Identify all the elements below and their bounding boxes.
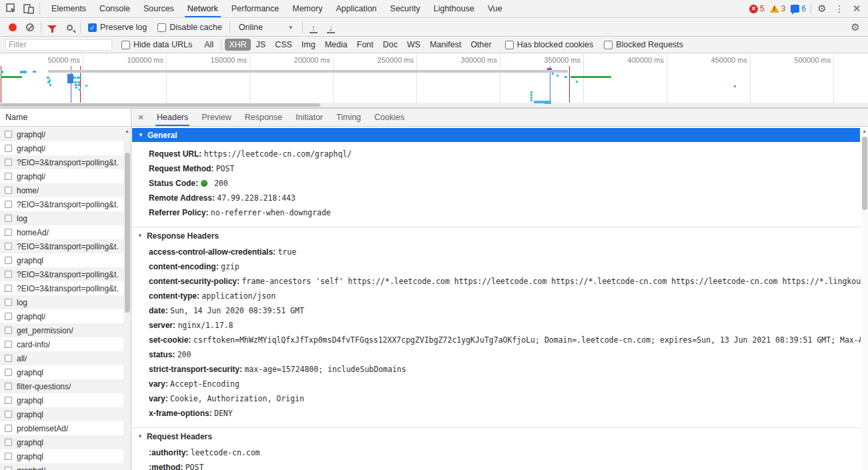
request-checkbox[interactable] (5, 201, 12, 208)
import-har-icon[interactable]: ↑ (305, 19, 322, 36)
has-blocked-cookies-checkbox[interactable]: Has blocked cookies (505, 40, 594, 49)
request-row[interactable]: graphql/ (0, 169, 123, 183)
request-checkbox[interactable] (5, 215, 12, 222)
request-checkbox[interactable] (5, 383, 12, 390)
tab-sources[interactable]: Sources (137, 0, 181, 17)
request-row[interactable]: graphql/ (0, 127, 123, 141)
request-checkbox[interactable] (5, 397, 12, 404)
request-row[interactable]: ?EIO=3&transport=polling&t. (0, 267, 123, 281)
close-devtools-icon[interactable]: ✕ (848, 0, 865, 17)
section-header[interactable]: ▼Response Headers (131, 229, 861, 243)
request-checkbox[interactable] (5, 243, 12, 250)
request-row[interactable]: graphql (0, 449, 123, 463)
filter-type-all[interactable]: All (200, 39, 218, 51)
request-checkbox[interactable] (5, 439, 12, 446)
request-checkbox[interactable] (5, 369, 12, 376)
request-checkbox[interactable] (5, 411, 12, 418)
request-checkbox[interactable] (5, 453, 12, 460)
timeline-horizontal-scrollbar[interactable] (0, 103, 868, 107)
filter-type-media[interactable]: Media (321, 39, 352, 51)
tab-application[interactable]: Application (329, 0, 383, 17)
detail-tab-timing[interactable]: Timing (330, 109, 368, 126)
more-options-icon[interactable]: ⋮ (831, 0, 848, 17)
network-settings-gear-icon[interactable]: ⚙ (847, 19, 864, 36)
throttling-dropdown[interactable]: Online ▼ (239, 23, 294, 32)
scroll-up-icon[interactable]: ▲ (861, 127, 868, 135)
detail-tab-headers[interactable]: Headers (150, 109, 195, 126)
tab-network[interactable]: Network (181, 0, 225, 17)
detail-tab-preview[interactable]: Preview (195, 109, 238, 126)
filter-type-doc[interactable]: Doc (379, 39, 402, 51)
request-checkbox[interactable] (5, 327, 12, 334)
request-row[interactable]: all/ (0, 351, 123, 365)
filter-input[interactable] (5, 39, 112, 51)
scrollbar-thumb[interactable] (862, 137, 867, 210)
request-checkbox[interactable] (5, 187, 12, 194)
record-network-log-icon[interactable] (4, 19, 21, 36)
device-toolbar-icon[interactable] (20, 0, 37, 17)
filter-type-other[interactable]: Other (466, 39, 495, 51)
filter-type-xhr[interactable]: XHR (225, 39, 250, 51)
request-row[interactable]: get_permission/ (0, 323, 123, 337)
filter-type-css[interactable]: CSS (271, 39, 296, 51)
request-checkbox[interactable] (5, 159, 12, 166)
request-checkbox[interactable] (5, 271, 12, 278)
detail-tab-initiator[interactable]: Initiator (289, 109, 330, 126)
section-header[interactable]: ▼Request Headers (131, 429, 861, 443)
request-row[interactable]: ?EIO=3&transport=polling&t. (0, 239, 123, 253)
inspect-element-icon[interactable] (3, 0, 20, 17)
name-column-header[interactable]: Name (0, 109, 131, 127)
request-row[interactable]: graphql (0, 253, 123, 267)
detail-tab-response[interactable]: Response (238, 109, 289, 126)
request-row[interactable]: graphql/ (0, 463, 123, 470)
tab-memory[interactable]: Memory (286, 0, 329, 17)
scroll-up-icon[interactable]: ▲ (123, 127, 131, 135)
filter-type-font[interactable]: Font (353, 39, 378, 51)
request-row[interactable]: graphql/ (0, 309, 123, 323)
disable-cache-checkbox[interactable]: Disable cache (157, 23, 222, 32)
request-row[interactable]: log (0, 295, 123, 309)
request-checkbox[interactable] (5, 257, 12, 264)
error-badge[interactable]: ✕ 5 (749, 4, 765, 13)
request-row[interactable]: graphql (0, 435, 123, 449)
message-badge[interactable]: 6 (791, 4, 806, 13)
request-checkbox[interactable] (5, 285, 12, 292)
request-row[interactable]: graphql (0, 407, 123, 421)
detail-tab-cookies[interactable]: Cookies (368, 109, 411, 126)
request-row[interactable]: log (0, 211, 123, 225)
preserve-log-checkbox[interactable]: ✓ Preserve log (88, 23, 147, 32)
request-checkbox[interactable] (5, 299, 12, 306)
filter-type-img[interactable]: Img (298, 39, 320, 51)
tab-security[interactable]: Security (384, 0, 427, 17)
search-icon[interactable] (61, 19, 78, 36)
scrollbar-thumb[interactable] (125, 153, 130, 313)
request-checkbox[interactable] (5, 355, 12, 362)
request-row[interactable]: problemsetAd/ (0, 421, 123, 435)
close-detail-icon[interactable]: × (131, 112, 150, 123)
scrollbar-thumb[interactable] (0, 103, 320, 107)
filter-type-ws[interactable]: WS (403, 39, 424, 51)
request-row[interactable]: ?EIO=3&transport=polling&t. (0, 155, 123, 169)
request-checkbox[interactable] (5, 229, 12, 236)
request-checkbox[interactable] (5, 173, 12, 180)
detail-scrollbar[interactable]: ▲ (861, 127, 868, 470)
request-checkbox[interactable] (5, 145, 12, 152)
request-row[interactable]: filter-questions/ (0, 379, 123, 393)
section-header[interactable]: ▼General (132, 128, 860, 142)
export-har-icon[interactable]: ↓ (322, 19, 340, 36)
request-checkbox[interactable] (5, 467, 12, 470)
request-row[interactable]: home/ (0, 183, 123, 197)
request-checkbox[interactable] (5, 341, 12, 348)
request-row[interactable]: ?EIO=3&transport=polling&t. (0, 197, 123, 211)
request-list-scrollbar[interactable]: ▲ (123, 127, 131, 470)
request-checkbox[interactable] (5, 131, 12, 138)
tab-elements[interactable]: Elements (45, 0, 93, 17)
request-checkbox[interactable] (5, 425, 12, 432)
tab-lighthouse[interactable]: Lighthouse (427, 0, 481, 17)
filter-type-js[interactable]: JS (252, 39, 270, 51)
settings-gear-icon[interactable]: ⚙ (813, 0, 831, 17)
warning-badge[interactable]: 3 (770, 4, 786, 13)
request-row[interactable]: graphql (0, 393, 123, 407)
tab-vue[interactable]: Vue (481, 0, 509, 17)
request-row[interactable]: homeAd/ (0, 225, 123, 239)
